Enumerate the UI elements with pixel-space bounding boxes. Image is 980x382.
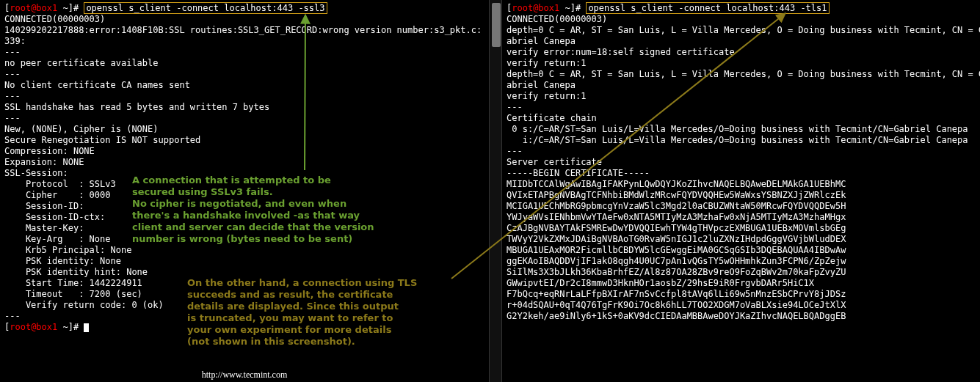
output-line: verify error:num=18:self signed certific…: [507, 47, 976, 58]
output-line: verify return:1: [507, 58, 976, 69]
output-line: PSK identity hint: None: [4, 267, 484, 278]
output-line: Compression: NONE: [4, 146, 484, 157]
output-line: MIIDbTCCAlWgAwIBAgIFAKPynLQwDQYJKoZIhvcN…: [507, 179, 976, 190]
prompt-line-left: [root@box1 ~]# openssl s_client -connect…: [4, 3, 484, 14]
output-line: YWJyaWVsIENhbmVwYTAeFw0xNTA5MTIyMzA3Mzha…: [507, 212, 976, 223]
output-line: 0 s:/C=AR/ST=San Luis/L=Villa Mercedes/O…: [507, 124, 976, 135]
output-line: ---: [4, 69, 484, 80]
output-line: QVIxETAPBgNVBAgTCFNhbiBMdWlzMRcwFQYDVQQH…: [507, 190, 976, 201]
prompt-line-right: [root@box1 ~]# openssl s_client -connect…: [507, 3, 976, 14]
output-line: i:/C=AR/ST=San Luis/L=Villa Mercedes/O=D…: [507, 135, 976, 146]
output-line: New, (NONE), Cipher is (NONE): [4, 124, 484, 135]
output-line: PSK identity: None: [4, 256, 484, 267]
output-line: MCIGA1UEChMbRG9pbmcgYnVzaW5lc3Mgd2l0aCBU…: [507, 201, 976, 212]
output-line: F7bQcq+eqRNrLaLFfpBXIrAF7nSvCcfpl8tAVq6l…: [507, 289, 976, 300]
output-line: Krb5 Principal: None: [4, 245, 484, 256]
output-line: no peer certificate available: [4, 58, 484, 69]
output-line: ---: [4, 47, 484, 58]
output-line: -----BEGIN CERTIFICATE-----: [507, 168, 976, 179]
output-line: r+04dSQAU+0qT4Q76TgFrK9Oi7Oc8k6hLL7TOO2X…: [507, 300, 976, 311]
output-line: verify return:1: [507, 91, 976, 102]
output-line: CONNECTED(00000003): [507, 14, 976, 25]
footer-link: http://www.tecmint.com: [0, 370, 489, 381]
scroll-thumb-left[interactable]: [492, 3, 501, 47]
terminal-right-output: CONNECTED(00000003)depth=0 C = AR, ST = …: [507, 14, 976, 322]
output-line: Server certificate: [507, 157, 976, 168]
output-line: G2Y2keh/ae9iNly6+1kS+0aKV9dcCIEDAaMBBAwe…: [507, 311, 976, 322]
output-line: ---: [4, 113, 484, 124]
annotation-olive: On the other hand, a connection using TL…: [187, 277, 459, 348]
output-line: TWVyY2VkZXMxJDAiBgNVBAoTG0RvaW5nIGJ1c2lu…: [507, 234, 976, 245]
output-line: 339:: [4, 36, 484, 47]
output-line: 140299202217888:error:1408F10B:SSL routi…: [4, 25, 484, 36]
output-line: abriel Canepa: [507, 80, 976, 91]
output-line: ---: [507, 102, 976, 113]
output-line: ---: [507, 146, 976, 157]
output-line: ggEKAoIBAQDDVjIF1akO8qgh4U0UC7pAn1vQGsTY…: [507, 256, 976, 267]
cursor-icon: [84, 323, 89, 332]
output-line: ---: [4, 91, 484, 102]
output-line: depth=0 C = AR, ST = San Luis, L = Villa…: [507, 25, 976, 36]
output-line: Expansion: NONE: [4, 157, 484, 168]
output-line: depth=0 C = AR, ST = San Luis, L = Villa…: [507, 69, 976, 80]
command-left: openssl s_client -connect localhost:443 …: [84, 2, 327, 14]
output-line: MBUGA1UEAxMOR2FicmllbCBDYW5lcGEwggEiMA0G…: [507, 245, 976, 256]
output-line: GWwipvtEI/Dr2cI8mmwD3HknHOr1aosbZ/29hsE9…: [507, 278, 976, 289]
output-line: Secure Renegotiation IS NOT supported: [4, 135, 484, 146]
prompt-user: root@box1: [10, 3, 57, 13]
output-line: abriel Canepa: [507, 36, 976, 47]
output-line: SiIlMs3X3bJLkh36KbaBrhfEZ/Al8z87OA28ZBv9…: [507, 267, 976, 278]
terminal-right-pane[interactable]: [root@box1 ~]# openssl s_client -connect…: [502, 0, 980, 382]
output-line: CzAJBgNVBAYTAkFSMREwDwYDVQQIEwhTYW4gTHVp…: [507, 223, 976, 234]
annotation-green: A connection that is attempted to be sec…: [132, 175, 440, 245]
output-line: No client certificate CA names sent: [4, 80, 484, 91]
output-line: SSL handshake has read 5 bytes and writt…: [4, 102, 484, 113]
pane-divider-scrollbar[interactable]: [489, 0, 502, 382]
command-right: openssl s_client -connect localhost:443 …: [586, 2, 829, 14]
output-line: Certificate chain: [507, 113, 976, 124]
terminal-left-output: CONNECTED(00000003)140299202217888:error…: [4, 14, 484, 322]
output-line: CONNECTED(00000003): [4, 14, 484, 25]
